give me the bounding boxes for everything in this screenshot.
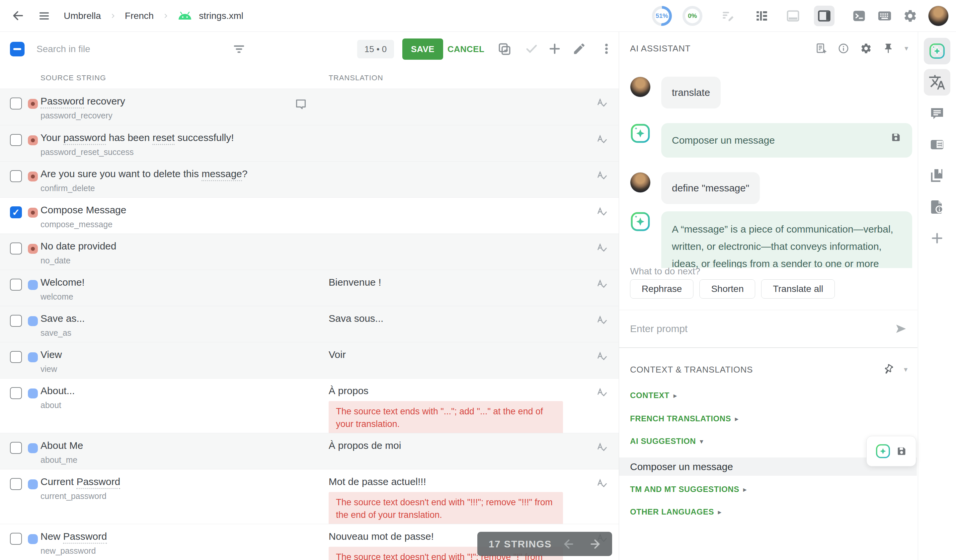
side-by-side-view-icon[interactable] <box>752 6 772 26</box>
ai-assistant-tab-icon[interactable] <box>924 38 950 64</box>
table-row[interactable]: Current Password current_password Mot de… <box>0 469 619 524</box>
table-row[interactable]: About Me about_me À propos de moi <box>0 433 619 469</box>
section-context[interactable]: CONTEXT▸ <box>630 391 677 400</box>
table-row[interactable]: View view Voir <box>0 342 619 378</box>
table-row[interactable]: Your password has been reset successfull… <box>0 125 619 161</box>
translation-text[interactable]: À propos de moi <box>329 440 401 451</box>
table-row[interactable]: Are you sure you want to delete this mes… <box>0 161 619 198</box>
translated-progress-ring[interactable]: 51% <box>652 6 672 26</box>
save-suggestion-icon[interactable] <box>896 445 907 457</box>
prompt-input[interactable] <box>630 323 894 334</box>
right-tool-rail <box>918 32 956 560</box>
glossary-tab-icon[interactable] <box>924 163 950 189</box>
approve-check-icon[interactable] <box>524 42 538 56</box>
spellcheck-icon[interactable] <box>596 169 608 182</box>
keyboard-icon[interactable] <box>877 8 892 24</box>
spellcheck-icon[interactable] <box>596 477 608 490</box>
translate-tab-icon[interactable] <box>924 69 950 96</box>
comment-icon[interactable] <box>294 97 307 111</box>
table-row[interactable]: Password recovery password_recovery <box>0 89 619 125</box>
collapse-chevron-icon[interactable]: ▾ <box>904 44 908 53</box>
spellcheck-icon[interactable] <box>596 97 608 110</box>
unpin-icon[interactable] <box>883 364 894 375</box>
edit-pencil-icon[interactable] <box>572 42 586 56</box>
next-page-icon[interactable] <box>589 537 604 551</box>
spellcheck-icon[interactable] <box>596 441 608 454</box>
copy-source-icon[interactable] <box>497 42 512 56</box>
table-row[interactable]: Save as... save_as Sava sous... <box>0 306 619 342</box>
translation-text[interactable]: Nouveau mot de passe! <box>329 531 434 542</box>
info-icon[interactable] <box>838 42 849 55</box>
row-checkbox[interactable] <box>10 134 22 146</box>
spellcheck-icon[interactable] <box>596 242 608 254</box>
table-row[interactable]: About... about À propos The source text … <box>0 378 619 433</box>
pin-icon[interactable] <box>883 43 894 54</box>
row-checkbox[interactable] <box>10 243 22 254</box>
ai-settings-gear-icon[interactable] <box>860 42 872 55</box>
table-row[interactable]: Compose Message compose_message <box>0 198 619 234</box>
row-checkbox[interactable] <box>10 97 22 110</box>
console-icon[interactable] <box>852 9 866 23</box>
more-options-icon[interactable] <box>599 42 613 56</box>
shorten-button[interactable]: Shorten <box>700 279 755 299</box>
row-checkbox[interactable] <box>10 351 22 363</box>
add-string-icon[interactable] <box>548 42 561 56</box>
save-suggestion-icon[interactable] <box>882 132 901 143</box>
row-checkbox[interactable] <box>10 206 22 218</box>
bottom-panel-view-icon[interactable] <box>783 6 803 26</box>
section-french-translations[interactable]: FRENCH TRANSLATIONS▸ <box>630 414 738 423</box>
translation-text[interactable]: Voir <box>329 349 346 360</box>
table-row[interactable]: No date provided no_date <box>0 234 619 270</box>
saved-prompts-icon[interactable] <box>815 42 827 55</box>
row-checkbox[interactable] <box>10 315 22 327</box>
row-checkbox[interactable] <box>10 170 22 182</box>
spellcheck-icon[interactable] <box>596 314 608 327</box>
filter-icon[interactable] <box>232 42 246 56</box>
file-info-tab-icon[interactable] <box>924 194 950 220</box>
draft-edit-icon[interactable] <box>721 9 735 23</box>
row-checkbox[interactable] <box>10 387 22 399</box>
user-avatar[interactable] <box>928 6 949 26</box>
breadcrumb-project[interactable]: Umbrella <box>64 11 101 21</box>
status-badge <box>28 244 38 254</box>
prev-page-icon[interactable] <box>560 537 575 551</box>
translations-panel-tab-icon[interactable] <box>924 131 950 158</box>
ai-sparkle-icon[interactable] <box>875 444 891 459</box>
breadcrumb-file[interactable]: strings.xml <box>199 11 243 21</box>
section-tm-mt-suggestions[interactable]: TM AND MT SUGGESTIONS▸ <box>630 485 747 494</box>
source-string: New Password <box>41 531 107 542</box>
add-panel-tab-icon[interactable] <box>924 225 950 251</box>
row-checkbox[interactable] <box>10 533 22 545</box>
comments-tab-icon[interactable] <box>924 100 950 127</box>
back-icon[interactable] <box>11 9 25 23</box>
translation-text[interactable]: À propos <box>329 385 368 397</box>
context-panel-header: CONTEXT & TRANSLATIONS ▾ <box>619 362 917 377</box>
menu-icon[interactable] <box>38 9 50 22</box>
translation-text[interactable]: Mot de passe actuel!!! <box>329 476 426 487</box>
row-checkbox[interactable] <box>10 279 22 290</box>
save-button[interactable]: SAVE <box>402 39 443 60</box>
search-input[interactable] <box>36 40 209 58</box>
row-checkbox[interactable] <box>10 478 22 490</box>
section-ai-suggestion[interactable]: AI SUGGESTION▾ <box>630 437 703 446</box>
translate-all-button[interactable]: Translate all <box>761 279 835 299</box>
spellcheck-icon[interactable] <box>596 133 608 146</box>
gear-icon[interactable] <box>903 9 917 23</box>
translation-text[interactable]: Sava sous... <box>329 313 384 324</box>
table-row[interactable]: Welcome! welcome Bienvenue ! <box>0 270 619 306</box>
spellcheck-icon[interactable] <box>596 386 608 399</box>
collapse-chevron-icon[interactable]: ▾ <box>904 365 907 374</box>
send-icon[interactable] <box>894 322 907 336</box>
cancel-button[interactable]: CANCEL <box>448 39 484 60</box>
row-checkbox[interactable] <box>10 442 22 454</box>
approved-progress-ring[interactable]: 0% <box>682 6 703 26</box>
right-panel-view-icon[interactable] <box>814 6 835 26</box>
translation-text[interactable]: Bienvenue ! <box>329 277 381 288</box>
rephrase-button[interactable]: Rephrase <box>630 279 693 299</box>
section-other-languages[interactable]: OTHER LANGUAGES▸ <box>630 507 721 516</box>
spellcheck-icon[interactable] <box>596 278 608 290</box>
breadcrumb-language[interactable]: French <box>125 11 154 21</box>
select-all-checkbox[interactable] <box>10 42 25 56</box>
spellcheck-icon[interactable] <box>596 205 608 218</box>
spellcheck-icon[interactable] <box>596 350 608 363</box>
